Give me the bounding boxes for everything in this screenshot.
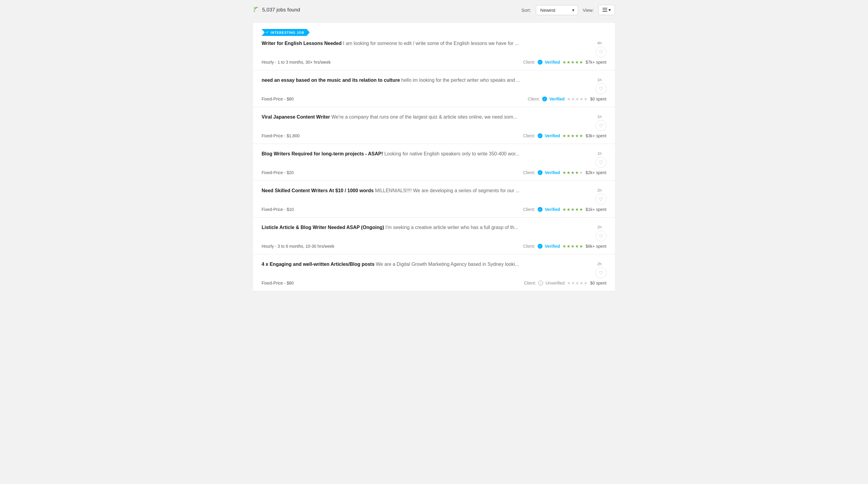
verified-check-icon: ✓ [538,244,542,249]
job-title-row: Blog Writers Required for long-term proj… [261,150,607,168]
star-empty: ★ [584,96,588,102]
star-filled: ★ [571,244,575,249]
client-label: Client: [523,133,535,138]
job-description-snippet: Looking for native English speakers only… [384,151,519,156]
star-filled: ★ [571,170,575,175]
job-card: need an essay based on the music and its… [253,70,615,107]
job-description-snippet: I'm seeking a creative article writer wh… [385,225,518,230]
interesting-job-badge: ✓ INTERESTING JOB [261,29,607,40]
job-title-row: Need Skilled Content Writers At $10 / 10… [261,188,607,205]
badge-check-icon: ✓ [266,30,269,34]
star-empty: ★ [567,281,571,285]
save-job-button[interactable]: ♡ [595,47,607,57]
client-info: Client: ✓ Verified ★★★★★ $7k+ spent [523,60,607,64]
job-title-main: Blog Writers Required for long-term proj… [261,151,383,156]
job-title-row: 4 x Engaging and well-written Articles/B… [261,261,607,278]
star-empty: ★ [580,96,584,102]
job-title[interactable]: Blog Writers Required for long-term proj… [261,150,592,157]
amount-spent: $1k+ spent [586,207,607,212]
job-time: 1h [597,151,601,156]
star-rating: ★★★★★ [562,207,583,212]
job-title[interactable]: Writer for English Lessons Needed I am l… [261,40,592,47]
star-filled: ★ [562,244,566,249]
sort-wrapper: Newest Oldest Relevance ▾ [536,5,578,15]
verified-check-icon: ✓ [542,96,547,102]
client-info: Client: ✓ Verified ★★★★★ $3k+ spent [523,133,607,138]
job-time: 2h [597,262,601,266]
view-toggle-button[interactable]: ▾ [598,5,615,15]
star-empty: ★ [571,96,575,102]
save-job-button[interactable]: ♡ [595,194,607,205]
job-time: 4h [597,41,601,45]
job-title-main: Writer for English Lessons Needed [261,41,342,46]
job-title[interactable]: Need Skilled Content Writers At $10 / 10… [261,188,592,194]
jobs-list: ✓ INTERESTING JOB Writer for English Les… [253,23,615,291]
star-empty: ★ [584,281,588,285]
star-empty: ★ [575,281,579,285]
job-meta-row: Fixed-Price - $20 Client: ✓ Verified ★★★… [261,170,607,175]
star-filled: ★ [575,133,579,138]
job-title[interactable]: Listicle Article & Blog Writer Needed AS… [261,224,592,231]
job-price-type: Hourly - 3 to 6 months, 10-30 hrs/week [261,244,334,249]
star-rating: ★★★★★ [562,170,583,175]
star-rating: ★★★★★ [562,133,583,138]
time-heart-group: 1h ♡ [592,114,607,131]
save-job-button[interactable]: ♡ [595,231,607,241]
star-filled: ★ [579,60,583,64]
verified-check-icon: ✓ [538,207,542,212]
job-title-main: need an essay based on the music and its… [261,78,400,83]
client-info: Client: ✓ Verified ★★★★★ $6k+ spent [523,244,607,249]
save-job-button[interactable]: ♡ [595,83,607,94]
star-filled: ★ [567,207,570,212]
job-title[interactable]: need an essay based on the music and its… [261,77,592,84]
save-job-button[interactable]: ♡ [595,267,607,278]
job-time: 1h [597,78,601,82]
star-rating: ★★★★★ [562,60,583,64]
job-meta-row: Fixed-Price - $80 Client: ✓ Verified ★★★… [261,96,607,102]
client-info: Client: ✓ Verified ★★★★★ $0 spent [528,96,607,102]
verified-status: Verified [545,60,560,64]
star-filled: ★ [562,60,566,64]
unverified-icon: ○ [538,281,543,285]
view-label: View: [583,7,594,13]
verified-check-icon: ✓ [538,170,542,175]
job-title[interactable]: Viral Japanese Content Writer We're a co… [261,114,592,120]
star-empty: ★ [567,96,571,102]
job-title-row: need an essay based on the music and its… [261,77,607,94]
amount-spent: $0 spent [590,96,607,102]
time-heart-group: 1h ♡ [592,150,607,168]
job-meta-row: Hourly - 3 to 6 months, 10-30 hrs/week C… [261,244,607,249]
job-meta-row: Hourly - 1 to 3 months, 30+ hrs/week Cli… [261,60,607,64]
star-rating: ★★★★★ [567,96,588,102]
badge-text: INTERESTING JOB [271,31,304,34]
star-filled: ★ [575,60,579,64]
rss-icon [253,6,259,14]
time-heart-group: 2h ♡ [592,261,607,278]
time-heart-group: 4h ♡ [592,40,607,57]
job-time: 2h [597,225,601,229]
job-description-snippet: MILLENNIALS!!!! We are developing a seri… [375,188,520,193]
client-label: Client: [523,244,535,249]
job-card: Blog Writers Required for long-term proj… [253,144,615,181]
star-filled: ★ [575,170,579,175]
save-job-button[interactable]: ♡ [595,157,607,168]
job-card: Need Skilled Content Writers At $10 / 10… [253,181,615,218]
client-info: Client: ✓ Verified ★★★★★ $1k+ spent [523,207,607,212]
job-title-main: 4 x Engaging and well-written Articles/B… [261,262,375,267]
star-filled: ★ [575,207,579,212]
client-label: Client: [523,170,535,175]
job-meta-row: Fixed-Price - $1,800 Client: ✓ Verified … [261,133,607,138]
job-meta-row: Fixed-Price - $80 Client: ○ Unverified ★… [261,281,607,285]
job-card: Listicle Article & Blog Writer Needed AS… [253,218,615,254]
star-filled: ★ [562,133,566,138]
job-description-snippet: hello im looking for the perfect writer … [401,78,520,83]
star-filled: ★ [579,244,583,249]
client-info: Client: ○ Unverified ★★★★★ $0 spent [524,281,607,285]
star-filled: ★ [567,170,570,175]
job-title-main: Viral Japanese Content Writer [261,114,330,119]
client-label: Client: [528,96,540,102]
job-title[interactable]: 4 x Engaging and well-written Articles/B… [261,261,592,268]
save-job-button[interactable]: ♡ [595,120,607,131]
sort-select[interactable]: Newest Oldest Relevance [536,5,578,15]
job-card: ✓ INTERESTING JOB Writer for English Les… [253,23,615,70]
